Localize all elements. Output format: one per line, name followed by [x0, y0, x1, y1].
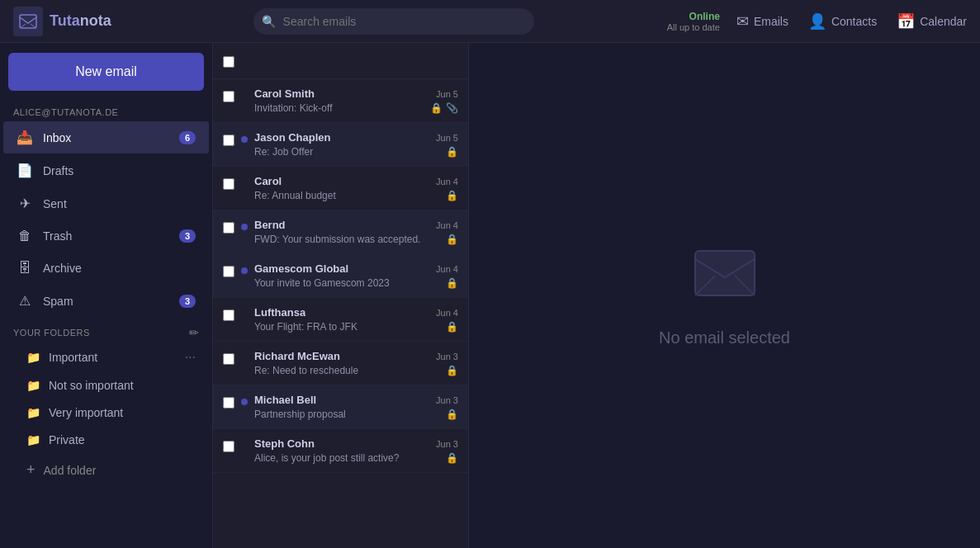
search-container: 🔍: [253, 8, 534, 35]
search-input[interactable]: [253, 8, 534, 35]
email-subject-row-carol-smith: Invitation: Kick-off 🔒 📎: [254, 102, 458, 114]
email-header-richard: Richard McEwan Jun 3: [254, 350, 458, 362]
folder-icon-not-so-important: 📁: [26, 379, 40, 392]
email-checkbox-michael[interactable]: [223, 397, 234, 409]
email-item-michael[interactable]: Michael Bell Jun 3 Partnership proposal …: [213, 385, 468, 429]
email-header-steph: Steph Cohn Jun 3: [254, 437, 458, 450]
lock-icon: 🔒: [446, 277, 458, 289]
sidebar-label-inbox: Inbox: [43, 131, 169, 144]
email-list-header: [213, 43, 468, 79]
email-content-bernd: Bernd Jun 4 FWD: Your submission was acc…: [254, 219, 458, 245]
sidebar-label-drafts: Drafts: [43, 164, 196, 177]
add-folder-item[interactable]: + Add folder: [3, 455, 209, 485]
sidebar-item-sent[interactable]: ✈ Sent: [3, 187, 209, 220]
email-subject-michael: Partnership proposal: [254, 409, 441, 420]
email-subject-bernd: FWD: Your submission was accepted.: [254, 234, 441, 245]
sidebar-label-spam: Spam: [43, 295, 169, 308]
email-item-carol-smith[interactable]: Carol Smith Jun 5 Invitation: Kick-off 🔒…: [213, 79, 468, 123]
email-content-michael: Michael Bell Jun 3 Partnership proposal …: [254, 394, 458, 420]
folder-item-not-so-important[interactable]: 📁 Not so important: [3, 372, 209, 399]
folder-label-important: Important: [49, 351, 97, 364]
email-checkbox-carol[interactable]: [223, 178, 234, 190]
email-subject-gamescom: Your invite to Gamescom 2023: [254, 277, 441, 289]
email-date-carol: Jun 4: [436, 177, 458, 187]
new-email-button[interactable]: New email: [8, 53, 204, 91]
email-header-lufthansa: Lufthansa Jun 4: [254, 306, 458, 319]
email-header-gamescom: Gamescom Global Jun 4: [254, 262, 458, 275]
email-icons-gamescom: 🔒: [446, 277, 458, 289]
lock-icon: 🔒: [430, 102, 443, 114]
email-item-richard[interactable]: Richard McEwan Jun 3 Re: Need to resched…: [213, 342, 468, 385]
email-icons-lufthansa: 🔒: [446, 321, 458, 333]
nav-actions: ✉ Emails 👤 Contacts 📅 Calendar: [736, 12, 967, 31]
contacts-label: Contacts: [831, 15, 877, 28]
contacts-icon: 👤: [808, 12, 826, 31]
email-checkbox-steph[interactable]: [223, 441, 234, 452]
sidebar-icon-inbox: 📥: [17, 130, 33, 145]
email-checkbox-bernd[interactable]: [223, 222, 234, 234]
folder-icon-very-important: 📁: [26, 406, 40, 419]
email-checkbox-jason-chaplen[interactable]: [223, 135, 234, 146]
contacts-nav-item[interactable]: 👤 Contacts: [808, 12, 877, 31]
select-all-checkbox[interactable]: [223, 56, 234, 68]
sidebar-item-inbox[interactable]: 📥 Inbox 6: [3, 121, 209, 154]
email-subject-lufthansa: Your Flight: FRA to JFK: [254, 321, 441, 333]
email-subject-row-bernd: FWD: Your submission was accepted. 🔒: [254, 234, 458, 245]
lock-icon: 🔒: [446, 409, 458, 420]
folder-icon-important: 📁: [26, 351, 40, 364]
account-label: ALICE@TUTANOTA.DE: [0, 101, 212, 120]
email-icons-steph: 🔒: [446, 452, 458, 464]
email-icons-richard: 🔒: [446, 365, 458, 376]
email-checkbox-lufthansa[interactable]: [223, 309, 234, 321]
sidebar-item-spam[interactable]: ⚠ Spam 3: [3, 285, 209, 317]
sidebar-badge-spam: 3: [179, 295, 196, 308]
emails-icon: ✉: [736, 12, 749, 31]
email-sender-carol: Carol: [254, 175, 282, 187]
sidebar-icon-trash: 🗑: [17, 229, 33, 243]
online-sub: All up to date: [667, 22, 720, 32]
folder-item-important[interactable]: 📁 Important ···: [3, 343, 209, 371]
lock-icon: 🔒: [446, 321, 458, 333]
add-folder-plus-icon: +: [26, 461, 36, 479]
email-checkbox-carol-smith[interactable]: [223, 91, 234, 102]
sidebar-icon-spam: ⚠: [17, 293, 33, 309]
email-date-richard: Jun 3: [436, 352, 458, 361]
email-subject-row-jason-chaplen: Re: Job Offer 🔒: [254, 146, 458, 158]
email-subject-row-gamescom: Your invite to Gamescom 2023 🔒: [254, 277, 458, 289]
add-folder-label: Add folder: [44, 464, 97, 477]
sidebar-badge-trash: 3: [179, 229, 196, 243]
sidebar-item-archive[interactable]: 🗄 Archive: [3, 253, 209, 284]
email-sender-lufthansa: Lufthansa: [254, 306, 305, 319]
sidebar-label-trash: Trash: [43, 229, 169, 243]
email-checkbox-gamescom[interactable]: [223, 266, 234, 277]
sidebar-item-trash[interactable]: 🗑 Trash 3: [3, 220, 209, 252]
email-date-michael: Jun 3: [436, 395, 458, 405]
emails-nav-item[interactable]: ✉ Emails: [736, 12, 788, 31]
email-icons-carol-smith: 🔒 📎: [430, 102, 458, 114]
email-subject-row-michael: Partnership proposal 🔒: [254, 409, 458, 420]
folder-item-private[interactable]: 📁 Private: [3, 427, 209, 453]
email-items-container: Carol Smith Jun 5 Invitation: Kick-off 🔒…: [213, 79, 468, 473]
email-item-carol[interactable]: Carol Jun 4 Re: Annual budget 🔒: [213, 167, 468, 210]
no-email-selected-text: No email selected: [659, 328, 790, 347]
email-subject-steph: Alice, is your job post still active?: [254, 452, 441, 464]
email-item-gamescom[interactable]: Gamescom Global Jun 4 Your invite to Gam…: [213, 254, 468, 298]
sidebar-icon-archive: 🗄: [17, 261, 33, 276]
email-sender-richard: Richard McEwan: [254, 350, 340, 362]
email-subject-jason-chaplen: Re: Job Offer: [254, 146, 441, 158]
email-item-steph[interactable]: Steph Cohn Jun 3 Alice, is your job post…: [213, 429, 468, 473]
lock-icon: 🔒: [446, 190, 458, 201]
sidebar: New email ALICE@TUTANOTA.DE 📥 Inbox 6 📄 …: [0, 43, 213, 548]
sidebar-item-drafts[interactable]: 📄 Drafts: [3, 154, 209, 187]
email-checkbox-richard[interactable]: [223, 353, 234, 365]
folder-more-icon[interactable]: ···: [185, 350, 196, 365]
email-item-jason-chaplen[interactable]: Jason Chaplen Jun 5 Re: Job Offer 🔒: [213, 123, 468, 167]
calendar-nav-item[interactable]: 📅 Calendar: [897, 12, 967, 31]
edit-folders-icon[interactable]: ✏: [189, 326, 199, 339]
folder-item-very-important[interactable]: 📁 Very important: [3, 399, 209, 426]
email-date-gamescom: Jun 4: [436, 264, 458, 274]
lock-icon: 🔒: [446, 365, 458, 376]
email-item-bernd[interactable]: Bernd Jun 4 FWD: Your submission was acc…: [213, 210, 468, 254]
email-item-lufthansa[interactable]: Lufthansa Jun 4 Your Flight: FRA to JFK …: [213, 298, 468, 342]
email-sender-michael: Michael Bell: [254, 394, 316, 406]
